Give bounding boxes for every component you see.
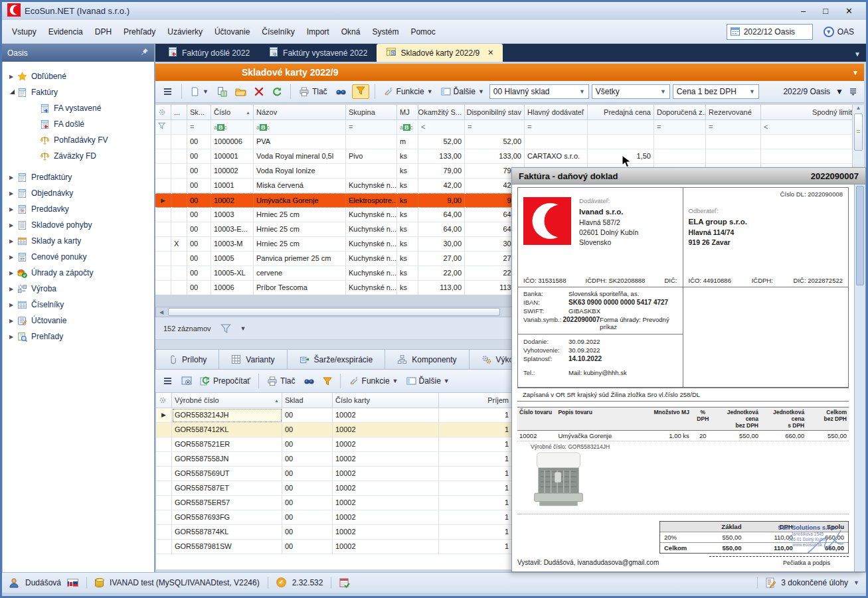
grid-cell[interactable]: 10003-M <box>211 237 254 252</box>
grid-cell[interactable]: 1 <box>439 467 512 481</box>
filter-cell[interactable]: = <box>465 120 525 135</box>
grid-cell[interactable]: ks <box>397 179 418 193</box>
layout-menu-button[interactable] <box>159 89 176 94</box>
table-row[interactable]: 00100001Voda Royal mineral 0,5lPivoks133… <box>155 149 852 164</box>
grid-cell[interactable]: Voda Royal mineral 0,5l <box>254 149 346 164</box>
grid-cell[interactable]: ks <box>397 193 418 208</box>
grid-cell[interactable] <box>156 481 172 496</box>
grid-cell[interactable] <box>171 252 187 266</box>
filter-cell[interactable]: = <box>187 120 211 135</box>
sidebar-item-v-roba[interactable]: ▶Výroba <box>3 281 154 297</box>
menu-item-import[interactable]: Import <box>301 24 335 40</box>
sidebar-item-ob-ben-[interactable]: ▶Obľúbené <box>3 68 154 84</box>
grid-cell[interactable] <box>156 496 172 510</box>
sidebar-item-fakt-ry[interactable]: Faktúry <box>3 84 154 100</box>
expander-icon[interactable]: ▶ <box>7 302 16 308</box>
grid-cell[interactable]: 00 <box>187 179 211 193</box>
grid-cell[interactable]: 52,00 <box>418 135 465 149</box>
sidebar-item-fa-do-l-[interactable]: FA došlé <box>3 116 154 132</box>
grid-cell[interactable] <box>346 164 397 179</box>
grid-cell[interactable] <box>155 149 171 164</box>
grid-cell[interactable]: 00 <box>187 222 211 237</box>
app-version[interactable]: 2.32.532 <box>292 578 323 587</box>
delete-button[interactable] <box>252 85 266 98</box>
grid-cell[interactable]: 00 <box>282 510 333 525</box>
expander-icon[interactable]: ▶ <box>7 238 16 244</box>
detail-filter-button[interactable] <box>320 375 335 388</box>
grid-cell[interactable]: Panvica priemer 25 cm <box>254 252 346 266</box>
grid-cell[interactable]: GOR5587981SW <box>172 540 282 554</box>
grid-cell[interactable] <box>156 437 172 452</box>
grid-cell[interactable]: 00 <box>282 525 333 540</box>
column-header-indicator[interactable] <box>155 105 171 120</box>
grid-cell[interactable]: GOR5587569UT <box>172 467 282 481</box>
grid-cell[interactable] <box>171 193 187 208</box>
grid-cell[interactable]: 10005-XL <box>211 266 254 281</box>
detail-view-button[interactable] <box>179 374 195 388</box>
menu-item-dph[interactable]: DPH <box>89 24 118 40</box>
invoice-title-bar[interactable]: Faktúra - daňový doklad 2022090007 <box>512 168 865 185</box>
column-header-Hlavný dodávateľ[interactable]: Hlavný dodávateľ <box>525 105 588 120</box>
calendar-check-icon[interactable] <box>339 577 350 588</box>
grid-cell[interactable] <box>171 179 187 193</box>
detail-tab-komponenty[interactable]: Komponenty <box>385 349 469 370</box>
column-header-Sklad[interactable]: Sklad <box>282 393 333 408</box>
grid-cell[interactable]: 100001 <box>211 149 254 164</box>
grid-cell[interactable]: 100002 <box>211 164 254 179</box>
grid-cell[interactable] <box>155 164 171 179</box>
grid-cell[interactable]: CARTAXO s.r.o. <box>525 149 588 164</box>
grid-cell[interactable]: GOR5587521ER <box>172 437 282 452</box>
column-header-Skupina[interactable]: Skupina <box>346 105 397 120</box>
grid-cell[interactable]: Pivo <box>346 149 397 164</box>
grid-cell[interactable] <box>155 222 171 237</box>
grid-cell[interactable] <box>171 149 187 164</box>
sidebar-item-objedn-vky[interactable]: ▶Objednávky <box>3 185 154 201</box>
grid-cell[interactable]: 00 <box>187 237 211 252</box>
grid-cell[interactable]: 00 <box>282 540 333 554</box>
grid-cell[interactable] <box>156 510 172 525</box>
menu-item-číselníky[interactable]: Číselníky <box>256 24 300 40</box>
filter-cell[interactable] <box>155 120 171 135</box>
grid-cell[interactable]: 1 <box>439 525 512 540</box>
grid-cell[interactable] <box>761 135 852 149</box>
completed-tasks[interactable]: 3 dokončené úlohy <box>781 578 848 587</box>
filter-cell[interactable]: < <box>418 120 465 135</box>
sidebar-item-sklady-a-karty[interactable]: ▶Sklady a karty <box>3 233 154 249</box>
sidebar-item-skladov-pohyby[interactable]: ▶Skladové pohyby <box>3 217 154 233</box>
grid-cell[interactable]: 00 <box>282 496 333 510</box>
grid-cell[interactable]: 1 <box>439 408 512 423</box>
filter-cell[interactable]: aBc <box>211 120 254 135</box>
menu-item-uzávierky[interactable]: Uzávierky <box>161 24 209 40</box>
sidebar-item-cenov-ponuky[interactable]: ▶77Cenové ponuky <box>3 249 154 265</box>
grid-cell[interactable]: Hrniec 25 cm <box>254 222 346 237</box>
sidebar-item-poh-ad-vky-fv[interactable]: Pohľadávky FV <box>3 132 154 148</box>
grid-cell[interactable]: PVA <box>254 135 346 149</box>
expander-icon[interactable]: ▶ <box>7 286 16 292</box>
detail-more-button[interactable]: Ďalšie▼ <box>404 374 452 388</box>
records-filter-dropdown-icon[interactable]: ▼ <box>240 325 246 332</box>
pin-icon[interactable] <box>141 48 149 58</box>
current-user[interactable]: Dudášová <box>25 578 61 587</box>
grid-cell[interactable] <box>525 135 588 149</box>
expander-icon[interactable]: ▶ <box>7 254 16 260</box>
grid-cell[interactable] <box>155 252 171 266</box>
grid-cell[interactable]: 00 <box>187 266 211 281</box>
print-button[interactable]: Tlač <box>296 85 330 99</box>
expander-icon[interactable]: ▶ <box>7 74 16 80</box>
filter-cell[interactable]: < <box>761 120 852 135</box>
grid-cell[interactable] <box>171 266 187 281</box>
grid-cell[interactable]: 79,00 <box>418 164 465 179</box>
grid-cell[interactable]: 00 <box>187 149 211 164</box>
header-dropdown-icon[interactable]: ▼ <box>852 69 864 76</box>
detail-tab--ar-e-exspir-cie[interactable]: Šarže/exspirácie <box>288 349 386 370</box>
grid-cell[interactable]: 10001 <box>211 179 254 193</box>
grid-cell[interactable] <box>156 423 172 437</box>
grid-cell[interactable]: 10002 <box>211 193 254 208</box>
grid-cell[interactable]: 52,00 <box>465 135 525 149</box>
grid-cell[interactable] <box>171 222 187 237</box>
grid-cell[interactable]: 00 <box>187 208 211 222</box>
grid-cell[interactable]: 10002 <box>333 510 439 525</box>
grid-cell[interactable]: 1 <box>439 423 512 437</box>
detail-layout-menu-button[interactable] <box>159 378 176 384</box>
new-record-button[interactable]: ▼ <box>187 84 211 99</box>
